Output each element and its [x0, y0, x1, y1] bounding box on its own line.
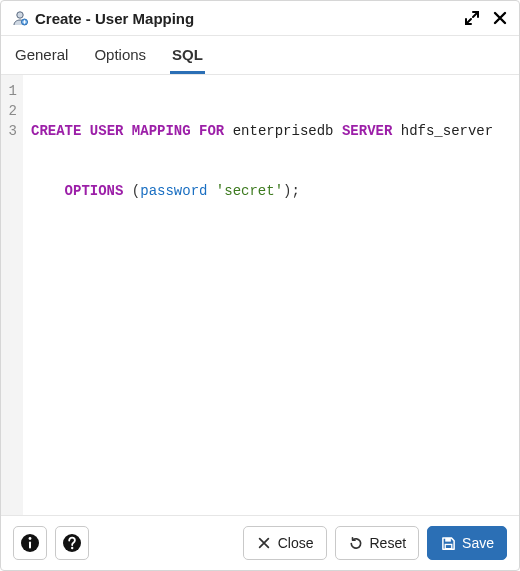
- code-line: OPTIONS (password 'secret');: [31, 181, 511, 201]
- titlebar: Create - User Mapping: [1, 1, 519, 36]
- svg-rect-3: [29, 542, 31, 549]
- user-mapping-icon: [11, 9, 29, 27]
- info-button[interactable]: [13, 526, 47, 560]
- close-button-label: Close: [278, 535, 314, 551]
- code-area[interactable]: CREATE USER MAPPING FOR enterprisedb SER…: [23, 75, 519, 515]
- close-button[interactable]: Close: [243, 526, 327, 560]
- reset-button-label: Reset: [370, 535, 407, 551]
- help-icon: [62, 533, 82, 553]
- line-gutter: 1 2 3: [1, 75, 23, 515]
- dialog-title: Create - User Mapping: [35, 10, 463, 27]
- code-line: CREATE USER MAPPING FOR enterprisedb SER…: [31, 121, 511, 141]
- save-button-label: Save: [462, 535, 494, 551]
- code-line: [31, 241, 511, 261]
- svg-point-0: [17, 12, 23, 18]
- line-number: 1: [7, 81, 17, 101]
- x-icon: [256, 535, 272, 551]
- reset-button[interactable]: Reset: [335, 526, 420, 560]
- svg-point-6: [71, 547, 73, 549]
- sql-editor[interactable]: 1 2 3 CREATE USER MAPPING FOR enterprise…: [1, 75, 519, 515]
- info-icon: [20, 533, 40, 553]
- help-button[interactable]: [55, 526, 89, 560]
- line-number: 2: [7, 101, 17, 121]
- line-number: 3: [7, 121, 17, 141]
- close-icon[interactable]: [491, 9, 509, 27]
- window-controls: [463, 9, 509, 27]
- create-user-mapping-dialog: Create - User Mapping General Options SQ…: [0, 0, 520, 571]
- save-icon: [440, 535, 456, 551]
- tab-options[interactable]: Options: [92, 36, 148, 74]
- tabs: General Options SQL: [1, 36, 519, 75]
- dialog-footer: Close Reset Save: [1, 515, 519, 570]
- reset-icon: [348, 535, 364, 551]
- svg-point-4: [29, 537, 32, 540]
- svg-rect-7: [445, 537, 451, 541]
- svg-rect-8: [445, 544, 452, 548]
- tab-general[interactable]: General: [13, 36, 70, 74]
- expand-icon[interactable]: [463, 9, 481, 27]
- save-button[interactable]: Save: [427, 526, 507, 560]
- tab-sql[interactable]: SQL: [170, 36, 205, 74]
